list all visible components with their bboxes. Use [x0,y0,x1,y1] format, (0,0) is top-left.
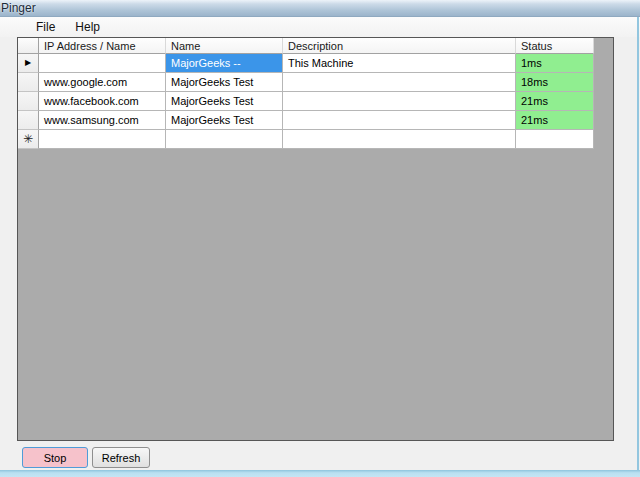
column-header-description[interactable]: Description [283,38,516,54]
column-header-ip[interactable]: IP Address / Name [39,38,166,54]
titlebar[interactable]: Pinger [0,0,640,17]
grid-rows: ▶ MajorGeeks -- This Machine 1ms www.goo… [18,54,613,149]
ping-grid: IP Address / Name Name Description Statu… [17,37,614,441]
cell-status: 21ms [516,111,594,130]
row-header-cell[interactable] [18,111,39,130]
window-border-right [637,17,639,470]
cell-description[interactable] [283,73,516,92]
cell-status: 1ms [516,54,594,73]
cell-ip-address[interactable]: www.samsung.com [39,111,166,130]
cell-description[interactable] [283,92,516,111]
menu-help[interactable]: Help [65,18,110,36]
window-title: Pinger [1,1,36,15]
cell-description[interactable] [283,130,516,149]
row-header-cell[interactable]: ✳ [18,130,39,149]
menubar: File Help [0,17,640,37]
cell-status [516,130,594,149]
row-header-cell[interactable] [18,92,39,111]
pinger-window: Pinger File Help IP Address / Name Name … [0,0,640,477]
column-header-status[interactable]: Status [516,38,594,54]
stop-button[interactable]: Stop [22,447,88,468]
grid-corner-cell[interactable] [18,38,39,54]
cell-ip-address[interactable]: www.facebook.com [39,92,166,111]
table-row[interactable]: ▶ MajorGeeks -- This Machine 1ms [18,54,613,73]
row-header-cell[interactable]: ▶ [18,54,39,73]
table-row[interactable]: www.facebook.com MajorGeeks Test 21ms [18,92,613,111]
column-header-name[interactable]: Name [166,38,283,54]
new-row-marker-icon: ✳ [23,133,33,145]
cell-status: 21ms [516,92,594,111]
current-row-marker-icon: ▶ [25,59,31,67]
cell-description[interactable] [283,111,516,130]
cell-ip-address[interactable] [39,130,166,149]
cell-name[interactable]: MajorGeeks Test [166,111,283,130]
table-row[interactable]: www.google.com MajorGeeks Test 18ms [18,73,613,92]
grid-header-row: IP Address / Name Name Description Statu… [18,38,613,54]
cell-name[interactable]: MajorGeeks Test [166,92,283,111]
cell-name[interactable]: MajorGeeks Test [166,73,283,92]
cell-name[interactable] [166,130,283,149]
cell-status: 18ms [516,73,594,92]
refresh-button[interactable]: Refresh [92,447,150,468]
cell-description[interactable]: This Machine [283,54,516,73]
cell-ip-address[interactable] [39,54,166,73]
table-row[interactable]: ✳ [18,130,613,149]
table-row[interactable]: www.samsung.com MajorGeeks Test 21ms [18,111,613,130]
cell-ip-address[interactable]: www.google.com [39,73,166,92]
row-header-cell[interactable] [18,73,39,92]
window-border-bottom [0,470,640,477]
menu-file[interactable]: File [26,18,65,36]
cell-name[interactable]: MajorGeeks -- [166,54,283,73]
